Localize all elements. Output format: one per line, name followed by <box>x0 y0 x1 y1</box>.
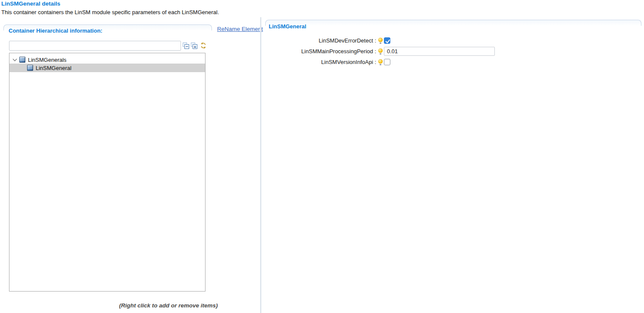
lightbulb-icon <box>378 49 383 55</box>
collapse-all-glyph: − <box>184 44 189 49</box>
refresh-icon[interactable] <box>200 42 207 49</box>
lightbulb-icon <box>378 38 383 44</box>
collapse-all-icon[interactable]: − <box>183 43 189 49</box>
tree-row-linsmgenerals[interactable]: LinSMGenerals <box>9 53 205 64</box>
right-section-border <box>265 20 641 26</box>
editor-page: LinSMGeneral details This container cont… <box>0 0 644 313</box>
panel-divider <box>260 17 261 313</box>
versionInfoApi-checkbox[interactable] <box>384 59 390 65</box>
mainProcessingPeriod-input[interactable] <box>384 47 495 56</box>
left-section-title: Container Hierarchical information: <box>9 27 102 34</box>
field-label: LinSMMainProcessingPeriod : <box>269 48 376 55</box>
tree-row-linsmgeneral[interactable]: LinSMGeneral <box>9 64 205 72</box>
chevron-down-icon[interactable] <box>13 57 17 61</box>
lightbulb-icon <box>378 59 383 65</box>
devErrorDetect-checkbox[interactable] <box>384 37 390 44</box>
rename-element-link[interactable]: ReName Element <box>217 26 263 32</box>
expand-all-icon[interactable]: + <box>191 43 197 49</box>
form-row-mainProcessingPeriod: LinSMMainProcessingPeriod : <box>269 46 638 57</box>
expand-all-glyph: + <box>193 44 197 49</box>
field-label: LinSMDevErrorDetect : <box>269 37 376 44</box>
right-section-title: LinSMGeneral <box>269 23 306 30</box>
tree-node-label: LinSMGenerals <box>28 57 67 63</box>
tree-node-label: LinSMGeneral <box>36 65 71 71</box>
container-node-icon <box>27 65 33 71</box>
form-row-devErrorDetect: LinSMDevErrorDetect : <box>269 35 638 46</box>
page-title: LinSMGeneral details <box>1 0 60 7</box>
tree-toolbar: − + <box>183 42 207 49</box>
field-label: LinSMVersionInfoApi : <box>269 59 376 65</box>
tree-hint-text: (Right click to add or remove items) <box>119 302 218 309</box>
tree-filter-input[interactable] <box>9 41 181 51</box>
parameter-form: LinSMDevErrorDetect : LinSMMainProcessin… <box>269 35 638 67</box>
page-description: This container containers the LinSM modu… <box>1 9 219 15</box>
container-node-icon <box>19 57 25 63</box>
form-row-versionInfoApi: LinSMVersionInfoApi : <box>269 57 638 67</box>
hierarchy-tree: LinSMGenerals LinSMGeneral <box>9 53 205 292</box>
